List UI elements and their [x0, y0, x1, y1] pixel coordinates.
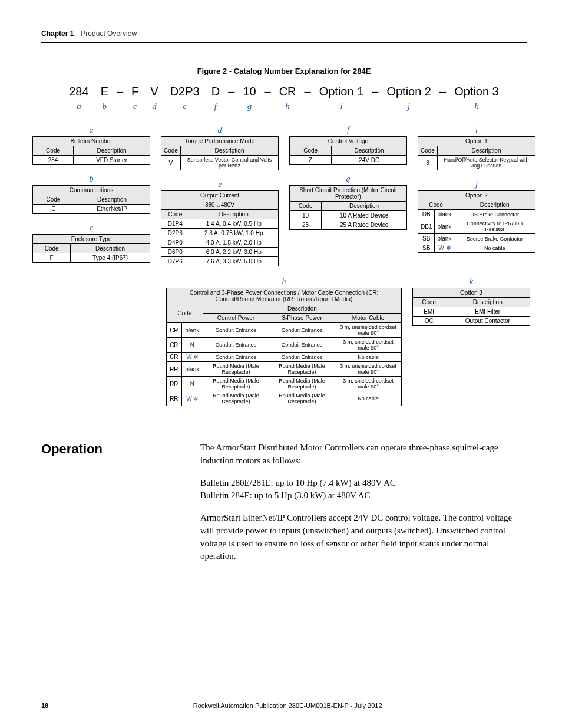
catalog-segment-letter: b: [98, 101, 111, 111]
table-title: Option 3: [413, 288, 530, 298]
cell: 3: [418, 156, 438, 170]
chapter-title: Product Overview: [81, 29, 137, 38]
catalog-segment-letter: k: [452, 101, 501, 111]
cell: EtherNet/IP: [74, 205, 150, 214]
catalog-segment: Option 1i: [313, 85, 370, 111]
page-number: 18: [41, 702, 48, 709]
catalog-segment-text: V: [148, 85, 160, 100]
cell: SB: [418, 234, 435, 243]
catalog-segment-text: 10: [240, 85, 258, 100]
catalog-segment: D2P3e: [164, 85, 206, 111]
cell: W ✻: [181, 353, 203, 362]
cell: Conduit Entrance: [203, 338, 269, 353]
catalog-segment-letter: g: [240, 101, 258, 111]
cell: Conduit Entrance: [269, 323, 335, 338]
cell: 1.4 A, 0.4 kW, 0.5 Hp: [189, 219, 279, 229]
catalog-segment-text: D2P3: [168, 85, 202, 100]
cell: 10 A Rated Device: [322, 211, 407, 220]
cell: Source Brake Contactor: [454, 234, 535, 243]
cell: blank: [435, 234, 454, 243]
table-i: i Option 1 CodeDescription 3Hand/Off/Aut…: [418, 126, 535, 170]
table-j: j Option 2 CodeDescription DBblankDB Bra…: [418, 180, 535, 253]
catalog-segment-letter: h: [277, 101, 299, 111]
table-letter: g: [289, 174, 407, 184]
col-head: Code: [33, 146, 74, 156]
table-k: k Option 3 CodeDescription EMIEMI Filter…: [412, 277, 530, 406]
cell: blank: [181, 323, 203, 338]
col-head: Description: [322, 202, 407, 211]
cell: 3 m, unshielded cordset male 90°: [335, 323, 402, 338]
catalog-separator: –: [262, 85, 273, 98]
col-head: Description: [74, 146, 150, 156]
operation-p2b: Bulletin 284E: up to 5 Hp (3.0 kW) at 48…: [200, 490, 370, 500]
cell: Round Media (Male Receptacle): [269, 377, 335, 391]
table-c: c Enclosure Type CodeDescription FType 4…: [32, 223, 150, 263]
cell: 25 A Rated Device: [322, 220, 407, 230]
cell: N: [181, 338, 203, 353]
col-head: Description: [189, 210, 279, 219]
cell: blank: [181, 362, 203, 377]
col-head: Motor Cable: [335, 314, 402, 323]
table-f: f Control Voltage CodeDescription Z24V D…: [289, 126, 407, 165]
cell: 6.0 A, 2.2 kW, 3.0 Hp: [189, 248, 279, 257]
cell: 4.0 A, 1.5 kW, 2.0 Hp: [189, 238, 279, 248]
cell: Conduit Entrance: [269, 353, 335, 362]
cell: EMI Filter: [445, 307, 530, 317]
catalog-segment: 10g: [237, 85, 262, 111]
cell: D4P0: [161, 238, 189, 248]
cell: W ✻: [181, 391, 203, 406]
table-letter: k: [412, 277, 530, 286]
table-b: b Communications CodeDescription EEtherN…: [32, 174, 150, 214]
table-letter: c: [32, 223, 150, 233]
cell: 3 m, unshielded cordset male 90°: [335, 362, 402, 377]
catalog-segment: Eb: [95, 85, 114, 111]
catalog-segment: Vd: [144, 85, 164, 111]
col-head: Description: [71, 244, 150, 253]
cell: 284: [33, 156, 74, 165]
catalog-segment-text: D: [209, 85, 222, 100]
col-head: Code: [167, 304, 203, 323]
operation-p2: Bulletin 280E/281E: up to 10 Hp (7.4 kW)…: [200, 477, 527, 503]
catalog-segment-letter: e: [168, 101, 202, 111]
cell: 7.6 A, 3.3 kW, 5.0 Hp: [189, 257, 279, 266]
catalog-segment-text: 284: [67, 85, 91, 100]
table-letter: i: [418, 126, 535, 135]
table-letter: b: [32, 174, 150, 184]
cell: V: [161, 156, 181, 170]
table-subtitle: 380…480V: [161, 200, 279, 210]
cell: Z: [290, 156, 332, 165]
table-title: Option 1: [418, 137, 535, 146]
cell: Conduit Entrance: [203, 323, 269, 338]
col-head: Code: [33, 244, 71, 253]
tables-grid: a Bulletin Number CodeDescription 284VFD…: [41, 126, 527, 266]
table-letter: j: [418, 180, 535, 189]
cell: 10: [290, 211, 322, 220]
cell: 24V DC: [332, 156, 407, 165]
table-letter: d: [161, 126, 279, 135]
table-letter: a: [32, 126, 150, 135]
catalog-segment-text: E: [98, 85, 111, 100]
cell: 3 m, shielded cordset male 90°: [335, 377, 402, 391]
catalog-string: 284aEb–FcVdD2P3eDf–10g–CRh–Option 1i–Opt…: [41, 85, 527, 111]
table-letter: f: [289, 126, 407, 135]
h-k-row: h Control and 3-Phase Power Connections …: [41, 277, 527, 406]
table-d: d Torque Performance Mode CodeDescriptio…: [161, 126, 279, 170]
catalog-segment: Option 2j: [381, 85, 437, 111]
catalog-segment-letter: j: [384, 101, 434, 111]
cell: No cable: [335, 391, 402, 406]
cell: RR: [167, 377, 182, 391]
operation-heading: Operation: [41, 442, 183, 572]
table-title: Bulletin Number: [33, 137, 150, 146]
table-title: Torque Performance Mode: [161, 137, 279, 146]
cell: D1P4: [161, 219, 189, 229]
table-title: Short Circuit Protection (Motor Circuit …: [290, 186, 407, 202]
col-head: Description: [437, 146, 535, 156]
operation-section: Operation The ArmorStart Distributed Mot…: [41, 442, 527, 572]
table-letter: h: [166, 277, 402, 286]
col-head: 3-Phase Power: [269, 314, 335, 323]
table-a: a Bulletin Number CodeDescription 284VFD…: [32, 126, 150, 165]
cell: Round Media (Male Receptacle): [203, 362, 269, 377]
cell: W ✻: [435, 243, 454, 253]
table-title: Control Voltage: [290, 137, 407, 146]
cell: OC: [413, 317, 445, 326]
